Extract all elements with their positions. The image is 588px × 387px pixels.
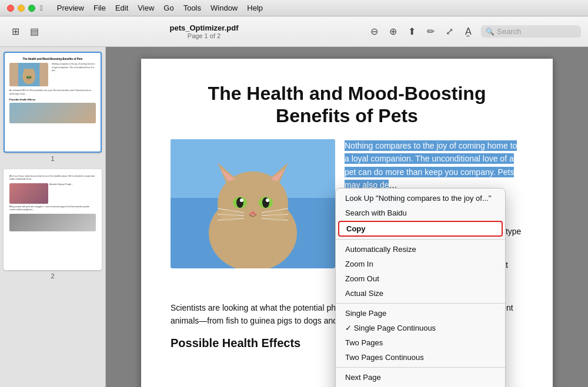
pdf-area[interactable]: The Health and Mood-Boosting Benefits of… [106,47,588,387]
ctx-separator-1 [336,239,505,240]
page-thumbnail-1[interactable]: The Health and Mood-Boosting Benefits of… [4,52,102,153]
ctx-separator-3 [336,367,505,368]
search-input[interactable] [497,27,567,36]
ctx-search-baidu-label: Search with Baidu [345,208,496,217]
ctx-previous-page[interactable]: Previous Page [336,385,505,387]
ctx-single-page[interactable]: Single Page [336,306,505,321]
svg-point-2 [24,69,29,76]
main-area: The Health and Mood-Boosting Benefits of… [0,47,588,387]
zoom-in-button[interactable]: ⊕ [385,23,401,40]
zoom-tools-group: ⊖ ⊕ ⬆ ✏ ⤢ A̯ [366,23,476,40]
document-title-area: pets_Optimizer.pdf Page 1 of 2 [47,23,361,39]
ctx-copy-label: Copy [346,224,495,233]
ctx-actual-size-label: Actual Size [345,289,496,298]
search-icon: 🔍 [486,28,495,36]
context-menu[interactable]: Look Up "Nothing compares to the joy of.… [335,188,506,387]
thumb-page2-text: All of us of have made choices that led … [7,173,98,234]
sidebar-toggle-button[interactable]: ⊞ [7,23,24,40]
ctx-search-baidu[interactable]: Search with Baidu [336,206,505,220]
zoom-out-button[interactable]: ⊖ [366,23,382,40]
cat-photo [171,139,335,268]
page-thumbnail-2[interactable]: All of us of have made choices that led … [4,169,102,270]
thumb-img-p2a [9,183,48,204]
ctx-two-pages-continuous[interactable]: Two Pages Continuous [336,350,505,365]
menu-view[interactable]: View [133,2,159,14]
thumb-cat-image [9,63,48,86]
maximize-button[interactable] [28,5,35,12]
menu-go[interactable]: Go [159,2,178,14]
search-box[interactable]: 🔍 [481,25,581,38]
menu-bar: Preview File Edit View Go Tools Window H… [52,2,268,14]
ctx-auto-resize-label: Automatically Resize [345,245,496,254]
thumb-image2 [9,103,96,123]
page-1-number: 1 [4,155,102,162]
page-thumbnail-2-content: All of us of have made choices that led … [7,173,98,267]
thumb-h2: Possible Health Effects [9,98,96,102]
ctx-two-pages[interactable]: Two Pages [336,335,505,350]
menu-help[interactable]: Help [242,2,268,14]
page-thumbnail-1-content: The Health and Mood-Boosting Benefits of… [7,55,98,149]
minimize-button[interactable] [18,5,25,12]
menu-tools[interactable]: Tools [179,2,206,14]
thumb-page1-text: The Health and Mood-Boosting Benefits of… [7,55,98,127]
svg-point-19 [240,198,243,202]
ctx-copy[interactable]: Copy [338,221,503,237]
ctx-single-page-continuous[interactable]: ✓ Single Page Continuous [336,321,505,335]
menu-window[interactable]: Window [206,2,242,14]
sidebar: The Health and Mood-Boosting Benefits of… [0,47,106,387]
svg-point-29 [268,210,285,221]
ctx-zoom-in[interactable]: Zoom In [336,257,505,271]
menu-edit[interactable]: Edit [111,2,133,14]
sign-button[interactable]: A̯ [460,23,476,40]
pdf-title: The Health and Mood-Boosting Benefits of… [171,82,523,127]
ctx-zoom-out[interactable]: Zoom Out [336,271,505,286]
thumb-title: The Health and Mood-Boosting Benefits of… [9,58,96,61]
cat-svg [171,139,335,268]
ctx-next-page-label: Next Page [345,373,496,382]
ctx-single-page-label: Single Page [345,309,496,318]
ctx-checkmark: ✓ [345,324,352,332]
ctx-lookup-label: Look Up "Nothing compares to the joy of.… [345,194,496,203]
svg-point-5 [29,76,31,79]
ctx-two-pages-continuous-label: Two Pages Continuous [345,353,496,362]
thumb-img-p2b [9,214,96,231]
sidebar-toggle-group: ⊞ ▤ [7,23,42,40]
thumb-text-block: Nothing compares to the joy of coming ho… [52,63,96,88]
expand-button[interactable]: ⤢ [441,23,457,40]
document-page-info: Page 1 of 2 [188,32,220,39]
ctx-separator-2 [336,303,505,304]
sidebar-item: The Health and Mood-Boosting Benefits of… [4,52,102,162]
svg-point-28 [220,210,238,221]
ctx-zoom-in-label: Zoom In [345,260,496,268]
page-2-number: 2 [4,272,102,280]
ctx-lookup[interactable]: Look Up "Nothing compares to the joy of.… [336,191,505,206]
title-bar:  Preview File Edit View Go Tools Window… [0,0,588,16]
close-button[interactable] [7,5,14,12]
thumb-body-text: An estimated 68% of US households own a … [9,89,96,96]
markup-button[interactable]: ✏ [422,23,439,40]
menu-file[interactable]: File [89,2,111,14]
svg-point-6 [28,79,30,80]
ctx-auto-resize[interactable]: Automatically Resize [336,242,505,257]
toolbar: ⊞ ▤ pets_Optimizer.pdf Page 1 of 2 ⊖ ⊕ ⬆… [0,16,588,47]
document-filename: pets_Optimizer.pdf [169,23,238,32]
svg-point-20 [266,198,269,202]
ctx-zoom-out-label: Zoom Out [345,274,496,283]
traffic-lights [7,5,35,12]
ctx-next-page[interactable]: Next Page [336,370,505,385]
svg-point-3 [29,69,35,76]
sidebar-item-2: All of us of have made choices that led … [4,169,102,280]
svg-point-4 [26,76,29,79]
ctx-two-pages-label: Two Pages [345,338,496,347]
menu-preview[interactable]: Preview [52,2,89,14]
highlighted-text-1: Nothing compares to the joy of coming ho… [345,140,517,190]
apple-logo:  [40,4,43,12]
share-button[interactable]: ⬆ [403,23,420,40]
ctx-single-page-continuous-label: Single Page Continuous [354,324,496,332]
page-view-button[interactable]: ▤ [26,23,42,40]
ctx-actual-size[interactable]: Actual Size [336,286,505,301]
